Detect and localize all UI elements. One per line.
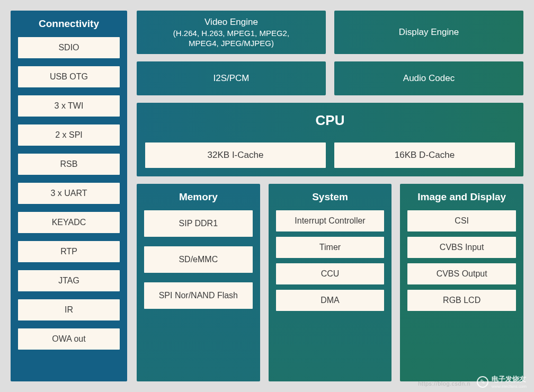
- system-title: System: [276, 191, 385, 203]
- audio-codec-label: Audio Codec: [403, 73, 455, 84]
- connectivity-item: KEYADC: [18, 212, 120, 233]
- image-display-panel: Image and Display CSI CVBS Input CVBS Ou…: [400, 184, 523, 381]
- connectivity-item: IR: [18, 299, 120, 320]
- memory-panel: Memory SIP DDR1 SD/eMMC SPI Nor/NAND Fla…: [137, 184, 260, 381]
- connectivity-item: 2 x SPI: [18, 124, 120, 146]
- memory-item: SIP DDR1: [144, 210, 253, 237]
- system-item: CCU: [276, 263, 385, 284]
- image-display-item: CSI: [407, 210, 516, 231]
- connectivity-item: JTAG: [18, 270, 120, 291]
- i2s-pcm-tile: I2S/PCM: [137, 61, 326, 95]
- connectivity-item: RTP: [18, 241, 120, 262]
- image-display-item: RGB LCD: [407, 290, 516, 311]
- memory-title: Memory: [144, 191, 253, 203]
- connectivity-item: SDIO: [18, 37, 120, 58]
- display-engine-tile: Display Engine: [334, 11, 523, 54]
- connectivity-item: USB OTG: [18, 66, 120, 87]
- memory-item: SD/eMMC: [144, 246, 253, 273]
- display-engine-label: Display Engine: [399, 27, 459, 38]
- system-panel: System Interrupt Controller Timer CCU DM…: [269, 184, 392, 381]
- cpu-dcache: 16KB D-Cache: [334, 142, 515, 168]
- audio-codec-tile: Audio Codec: [334, 61, 523, 95]
- watermark-url: https://blog.csdn.n: [418, 380, 470, 387]
- connectivity-item: 3 x TWI: [18, 95, 120, 117]
- system-item: Timer: [276, 237, 385, 258]
- video-engine-title: Video Engine: [204, 17, 258, 28]
- connectivity-item: 3 x UART: [18, 183, 120, 204]
- connectivity-item: RSB: [18, 154, 120, 175]
- watermark: ✎ 电子发烧友 www.elecfans.com: [477, 375, 527, 389]
- cpu-title: CPU: [145, 112, 515, 129]
- cpu-block: CPU 32KB I-Cache 16KB D-Cache: [137, 103, 523, 176]
- watermark-text: 电子发烧友: [492, 375, 527, 384]
- i2s-pcm-label: I2S/PCM: [213, 73, 249, 84]
- memory-item: SPI Nor/NAND Flash: [144, 282, 253, 309]
- image-display-title: Image and Display: [407, 191, 516, 203]
- watermark-icon: ✎: [477, 376, 488, 388]
- connectivity-item: OWA out: [18, 328, 120, 350]
- connectivity-panel: Connectivity SDIO USB OTG 3 x TWI 2 x SP…: [11, 11, 127, 381]
- connectivity-title: Connectivity: [18, 18, 120, 30]
- system-item: Interrupt Controller: [276, 210, 385, 231]
- watermark-sub: www.elecfans.com: [492, 384, 527, 389]
- image-display-item: CVBS Input: [407, 237, 516, 258]
- cpu-icache: 32KB I-Cache: [145, 142, 326, 168]
- video-engine-tile: Video Engine (H.264, H.263, MPEG1, MPEG2…: [137, 11, 326, 54]
- image-display-item: CVBS Output: [407, 263, 516, 284]
- video-engine-detail: (H.264, H.263, MPEG1, MPEG2,: [173, 29, 289, 38]
- system-item: DMA: [276, 290, 385, 311]
- video-engine-detail: MPEG4, JPEG/MJPEG): [189, 39, 274, 48]
